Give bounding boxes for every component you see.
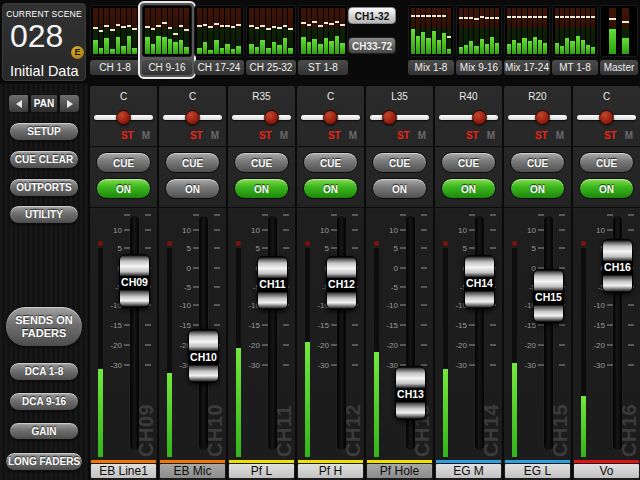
- fader-cap[interactable]: CH13: [395, 366, 426, 420]
- fader-region: CH10 10 5 0 -5 -10 -15 -20 -30 CH10: [159, 210, 226, 458]
- meter-block-st-1-8[interactable]: ST 1-8: [294, 1, 352, 79]
- pan-prev-button[interactable]: [8, 94, 29, 113]
- cue-button[interactable]: CUE: [234, 152, 289, 173]
- channel-name-plate[interactable]: Pf Hole: [367, 464, 432, 478]
- meter-block-label: Master: [600, 60, 638, 75]
- current-scene-panel: CURRENT SCENE 028 E Initial Data: [2, 3, 86, 81]
- cue-button[interactable]: CUE: [441, 152, 496, 173]
- fader-track[interactable]: [130, 216, 139, 450]
- on-button[interactable]: ON: [96, 178, 151, 199]
- fader-scale-label: -10: [167, 301, 191, 310]
- fader-cap[interactable]: CH12: [326, 256, 357, 310]
- channel-name-plate[interactable]: Pf H: [298, 464, 363, 478]
- channel-name-plate[interactable]: EB Line1: [91, 464, 156, 478]
- channel-color-stripe: [229, 460, 294, 463]
- on-button[interactable]: ON: [234, 178, 289, 199]
- fader-track[interactable]: [337, 216, 346, 450]
- fader-cap[interactable]: CH10: [188, 329, 219, 383]
- mono-assign-indicator: M: [211, 130, 219, 141]
- pan-slider[interactable]: [508, 110, 567, 125]
- meter-block-ch-9-16[interactable]: CH 9-16: [138, 1, 196, 79]
- pan-next-button[interactable]: [59, 94, 80, 113]
- fader-region: CH11 10 5 0 -5 -10 -15 -20 -30 CH11: [228, 210, 295, 458]
- outports-button[interactable]: OUTPORTS: [9, 178, 79, 197]
- meter-block-mix-1-8[interactable]: Mix 1-8: [404, 1, 458, 79]
- pan-slider[interactable]: [577, 110, 636, 125]
- pan-knob[interactable]: [535, 110, 550, 125]
- long-faders-button[interactable]: LONG FADERS: [5, 452, 83, 471]
- meter-block-master[interactable]: Master: [596, 1, 640, 79]
- meter-bar: [197, 8, 202, 54]
- meter-bar: [411, 8, 415, 54]
- fader-cap[interactable]: CH14: [464, 255, 495, 309]
- pan-knob[interactable]: [599, 110, 614, 125]
- utility-button[interactable]: UTILITY: [9, 205, 79, 224]
- on-button[interactable]: ON: [579, 178, 634, 199]
- pan-slider[interactable]: [301, 110, 360, 125]
- cue-button[interactable]: CUE: [303, 152, 358, 173]
- meter-bar: [283, 8, 288, 54]
- channel-name-plate[interactable]: EG M: [436, 464, 501, 478]
- bank-ch1-32-button[interactable]: CH1-32: [348, 7, 396, 24]
- pan-slider[interactable]: [94, 110, 153, 125]
- on-button[interactable]: ON: [372, 178, 427, 199]
- cue-button[interactable]: CUE: [96, 152, 151, 173]
- pan-slider[interactable]: [232, 110, 291, 125]
- pan-slider[interactable]: [439, 110, 498, 125]
- meter-block-mix-17-24[interactable]: Mix 17-24: [500, 1, 554, 79]
- cue-button[interactable]: CUE: [372, 152, 427, 173]
- cue-button[interactable]: CUE: [579, 152, 634, 173]
- fader-scale-label: -20: [374, 341, 398, 350]
- pan-slider[interactable]: [370, 110, 429, 125]
- fader-tick: [400, 214, 406, 216]
- cue-clear-button[interactable]: CUE CLEAR: [9, 150, 79, 169]
- meter-bar: [162, 8, 167, 54]
- channel-name-plate[interactable]: EG L: [505, 464, 570, 478]
- fader-track[interactable]: [475, 216, 484, 450]
- meter-bar: [104, 8, 109, 54]
- fader-cap[interactable]: CH15: [533, 269, 564, 323]
- pan-slider[interactable]: [163, 110, 222, 125]
- cue-button[interactable]: CUE: [510, 152, 565, 173]
- on-button[interactable]: ON: [165, 178, 220, 199]
- cue-button[interactable]: CUE: [165, 152, 220, 173]
- fader-tick: [283, 214, 289, 216]
- level-meter-fill: [443, 369, 448, 457]
- dca-9-16-button[interactable]: DCA 9-16: [9, 392, 79, 411]
- fader-track[interactable]: [544, 216, 553, 450]
- channel-name-plate[interactable]: EB Mic: [160, 464, 225, 478]
- meter-bar: [121, 8, 126, 54]
- pan-knob[interactable]: [472, 110, 487, 125]
- pan-knob[interactable]: [264, 110, 279, 125]
- on-button[interactable]: ON: [441, 178, 496, 199]
- fader-tick: [538, 214, 544, 216]
- on-button[interactable]: ON: [510, 178, 565, 199]
- fader-scale-label: 10: [443, 226, 467, 235]
- pan-knob[interactable]: [116, 110, 131, 125]
- sends-on-faders-button[interactable]: SENDS ONFADERS: [5, 306, 83, 347]
- level-meter: [305, 248, 310, 457]
- fader-cap[interactable]: CH16: [602, 239, 633, 293]
- on-button[interactable]: ON: [303, 178, 358, 199]
- meter-block-label: CH 1-8: [90, 60, 140, 75]
- pan-knob[interactable]: [323, 110, 338, 125]
- pan-knob[interactable]: [185, 110, 200, 125]
- fader-cap[interactable]: CH11: [257, 256, 288, 310]
- fader-track[interactable]: [268, 216, 277, 450]
- fader-tick: [607, 214, 613, 216]
- channel-name-plate[interactable]: Pf L: [229, 464, 294, 478]
- setup-button[interactable]: SETUP: [9, 122, 79, 141]
- fader-cap[interactable]: CH09: [119, 254, 150, 308]
- meter-block-ch-25-32[interactable]: CH 25-32: [242, 1, 300, 79]
- meter-block-ch-17-24[interactable]: CH 17-24: [190, 1, 248, 79]
- meter-bridge: [504, 5, 550, 57]
- pan-value: L35: [366, 91, 433, 102]
- meter-block-ch-1-8[interactable]: CH 1-8: [86, 1, 144, 79]
- pan-knob[interactable]: [382, 110, 397, 125]
- dca-1-8-button[interactable]: DCA 1-8: [9, 362, 79, 381]
- meter-block-mix-9-16[interactable]: Mix 9-16: [452, 1, 506, 79]
- bank-ch33-72-button[interactable]: CH33-72: [348, 37, 396, 54]
- meter-block-mt-1-8[interactable]: MT 1-8: [548, 1, 602, 79]
- gain-button[interactable]: GAIN: [9, 422, 79, 440]
- channel-name-plate[interactable]: Vo: [574, 464, 639, 478]
